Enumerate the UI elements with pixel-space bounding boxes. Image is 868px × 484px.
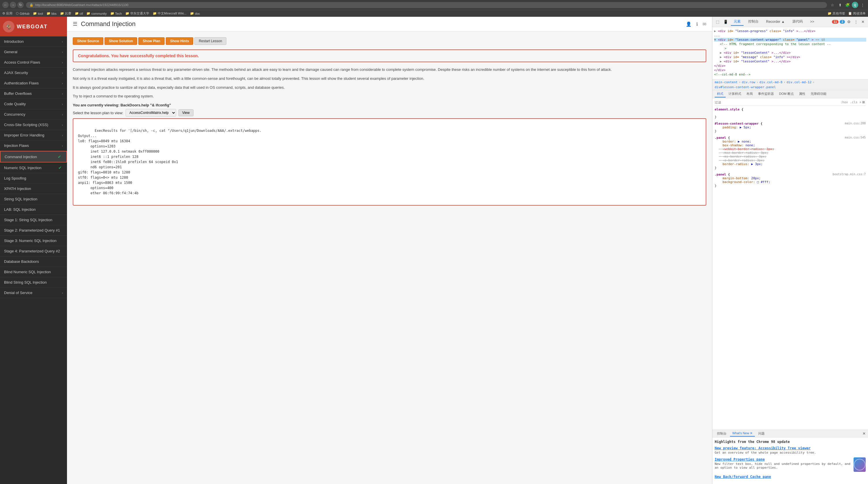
devtools-settings-button[interactable]: ⚙ <box>846 19 852 25</box>
devtools-tab-recorder[interactable]: Recorder ▲ <box>763 19 788 25</box>
sidebar-item-string-sql[interactable]: String SQL Injection <box>0 194 67 204</box>
dom-arrow-message[interactable]: ▶ <box>720 55 722 59</box>
sidebar: 🐐 WEBGOAT Introduction › General › Acces… <box>0 17 67 484</box>
breadcrumb-main-content[interactable]: main-content <box>715 80 738 84</box>
devtools-tab-layout[interactable]: 布局 <box>744 91 755 97</box>
update-link-2[interactable]: Improved Properties pane <box>715 457 854 461</box>
console-tab-issues[interactable]: 问题 <box>756 430 767 436</box>
address-bar[interactable]: 🔒 http://localhost:8080/WebGoat/start.mv… <box>26 2 827 8</box>
dom-line-wrapper[interactable]: ▼ <div id= "lesson-content-wrapper" clas… <box>714 37 866 42</box>
style-expand-btn[interactable]: ⊞ <box>861 100 866 104</box>
user-icon[interactable]: 👤 <box>686 21 691 27</box>
menu-button[interactable]: ⋮ <box>859 2 866 8</box>
info-icon[interactable]: ℹ <box>696 21 698 27</box>
mail-icon[interactable]: ✉ <box>703 21 706 27</box>
show-solution-button[interactable]: Show Solution <box>104 37 137 45</box>
dom-arrow-lesson1[interactable]: ▶ <box>720 51 722 55</box>
bookmark-university[interactable]: 📁 华东交通大学 <box>125 11 149 16</box>
bookmark-other[interactable]: 📁 其他书签 <box>828 11 845 16</box>
sidebar-item-general[interactable]: General › <box>0 47 67 57</box>
devtools-inspect-button[interactable]: ⬚ <box>715 19 720 25</box>
breadcrumb-col-md-8[interactable]: div.col-md-8 <box>760 80 782 84</box>
dom-arrow-wrapper[interactable]: ▼ <box>714 38 716 41</box>
bookmark-community[interactable]: 📁 community <box>86 11 106 15</box>
sidebar-item-xss[interactable]: Cross-Site Scripting (XSS) › <box>0 120 67 130</box>
show-plan-button[interactable]: Show Plan <box>138 37 164 45</box>
bookmark-tech[interactable]: 📁 Tech <box>110 11 122 15</box>
sidebar-item-numeric-sql[interactable]: Numeric SQL Injection ✔ <box>0 163 67 173</box>
devtools-tab-properties[interactable]: 属性 <box>797 91 808 97</box>
devtools-more-button[interactable]: ⋮ <box>853 19 859 25</box>
share-button[interactable]: ⬆ <box>837 2 843 8</box>
view-button[interactable]: View <box>179 109 193 116</box>
sidebar-item-stage1[interactable]: Stage 1: String SQL Injection <box>0 215 67 225</box>
bookmark-ctf[interactable]: 📁 ctf <box>75 11 83 15</box>
sidebar-item-stage3[interactable]: Stage 3: Numeric SQL Injection <box>0 236 67 246</box>
sidebar-item-log-spoofing[interactable]: Log Spoofing <box>0 173 67 183</box>
devtools-device-button[interactable]: 📱 <box>722 19 729 25</box>
bookmark-doc[interactable]: 📁 doc <box>190 11 200 15</box>
profile-avatar[interactable]: Q <box>852 2 858 8</box>
console-tab-console[interactable]: 控制台 <box>715 430 729 436</box>
devtools-tab-elements[interactable]: 元素 <box>731 18 744 26</box>
bookmark-star-button[interactable]: ☆ <box>829 2 836 8</box>
devtools-tab-sources[interactable]: 源代码 <box>789 18 806 26</box>
sidebar-item-error-handling[interactable]: Improper Error Handling › <box>0 130 67 141</box>
restart-lesson-button[interactable]: Restart Lesson <box>194 37 226 45</box>
bookmark-bisai[interactable]: 📁 比赛 <box>60 11 71 16</box>
sidebar-item-stage4[interactable]: Stage 4: Parameterized Query #2 <box>0 246 67 256</box>
console-close-button[interactable]: ✕ <box>863 431 866 436</box>
sidebar-item-command-injection[interactable]: Command Injection ✔ <box>0 151 67 163</box>
sidebar-item-buffer[interactable]: Buffer Overflows › <box>0 88 67 99</box>
sidebar-item-blind-string[interactable]: Blind String SQL Injection <box>0 277 67 288</box>
webgoat-logo: WEBGOAT <box>17 24 48 30</box>
lesson-plan-select[interactable]: AccessControlMatrix.help <box>126 109 176 116</box>
sidebar-item-db-backdoors[interactable]: Database Backdoors <box>0 256 67 267</box>
sidebar-item-code-quality[interactable]: Code Quality › <box>0 99 67 109</box>
style-filter-input[interactable] <box>715 101 840 104</box>
back-button[interactable]: ← <box>2 2 9 8</box>
sidebar-item-access-control[interactable]: Access Control Flaws › <box>0 57 67 68</box>
breadcrumb-col-md-12[interactable]: div.col-md-12 <box>786 80 811 84</box>
forward-button[interactable]: → <box>10 2 16 8</box>
sidebar-item-introduction[interactable]: Introduction › <box>0 36 67 47</box>
refresh-button[interactable]: ↻ <box>17 2 24 8</box>
action-buttons: Show Source Show Solution Show Plan Show… <box>73 37 706 45</box>
devtools-tab-console[interactable]: 控制台 <box>745 18 762 26</box>
breadcrumb-lesson-wrapper[interactable]: div#lesson-content-wrapper.panel <box>715 85 776 89</box>
hamburger-icon[interactable]: ☰ <box>73 21 78 27</box>
sidebar-item-injection-flaws[interactable]: Injection Flaws › <box>0 141 67 151</box>
bookmark-bbs[interactable]: 📁 bbs <box>46 11 57 15</box>
devtools-close-button[interactable]: ✕ <box>860 19 866 25</box>
sidebar-item-lab-sql[interactable]: LAB: SQL Injection <box>0 204 67 215</box>
sidebar-header: 🐐 WEBGOAT <box>0 17 67 36</box>
dom-arrow-1[interactable]: ▶ <box>714 29 716 33</box>
extensions-button[interactable]: 🧩 <box>844 2 851 8</box>
sidebar-item-concurrency[interactable]: Concurrency › <box>0 109 67 120</box>
show-source-button[interactable]: Show Source <box>73 37 103 45</box>
devtools-tab-accessibility[interactable]: 无障碍功能 <box>808 91 829 97</box>
devtools-tab-dom-breakpoints[interactable]: DOM 断点 <box>777 91 796 97</box>
sidebar-item-blind-numeric[interactable]: Blind Numeric SQL Injection <box>0 267 67 277</box>
devtools-tab-computed[interactable]: 计算样式 <box>726 91 744 97</box>
bookmark-readlist[interactable]: 📋 阅读清单 <box>848 11 866 16</box>
update-link-1[interactable]: New preview feature: Accessibility Tree … <box>715 446 866 450</box>
folder-icon-university: 📁 <box>125 11 129 15</box>
devtools-tab-event-listeners[interactable]: 事件监听器 <box>756 91 776 97</box>
sidebar-item-stage2[interactable]: Stage 2: Parameterized Query #1 <box>0 225 67 236</box>
console-tab-whatsnew[interactable]: What's New ✕ <box>730 430 755 436</box>
sidebar-item-xpath[interactable]: XPATH Injection <box>0 183 67 194</box>
devtools-tab-more[interactable]: >> <box>807 19 817 25</box>
bookmark-tool[interactable]: 📁 tool <box>33 11 43 15</box>
devtools-tab-styles[interactable]: 样式 <box>715 91 726 97</box>
sidebar-item-auth-flaws[interactable]: Authentication Flaws › <box>0 78 67 88</box>
breadcrumb-div-row[interactable]: div.row <box>742 80 755 84</box>
show-hints-button[interactable]: Show Hints <box>166 37 193 45</box>
bookmark-apps[interactable]: ⚙ 应用 <box>2 11 12 16</box>
dom-arrow-lesson2[interactable]: ▶ <box>720 60 722 63</box>
update-link-3[interactable]: New Back/forward Cache pane <box>715 475 866 479</box>
bookmark-github[interactable]: ⬡ GitHub <box>16 11 29 15</box>
sidebar-item-ajax[interactable]: AJAX Security › <box>0 68 67 78</box>
sidebar-item-dos[interactable]: Denial of Service › <box>0 288 67 298</box>
bookmark-minecraft[interactable]: 📁 中文Minecraft Wiki... <box>153 11 187 16</box>
